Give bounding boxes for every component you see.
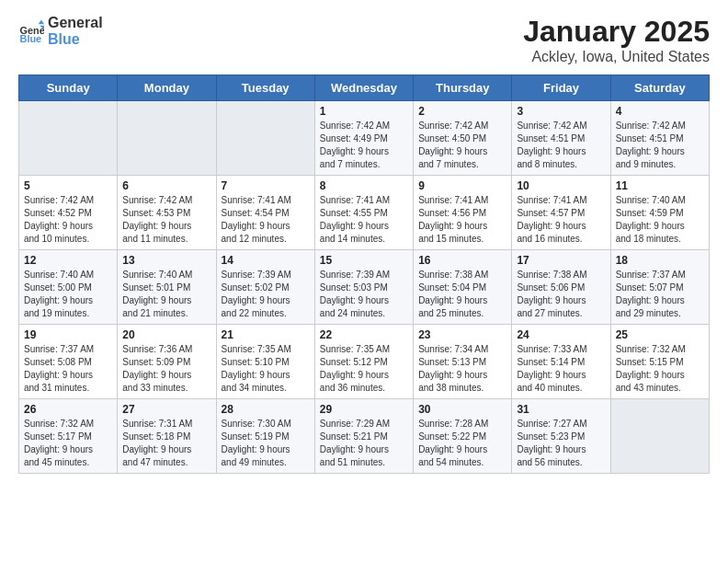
day-info: Sunrise: 7:40 AM Sunset: 5:00 PM Dayligh…: [24, 269, 112, 320]
day-info: Sunrise: 7:35 AM Sunset: 5:10 PM Dayligh…: [222, 343, 310, 395]
calendar-cell: 29Sunrise: 7:29 AM Sunset: 5:21 PM Dayli…: [314, 399, 413, 474]
day-number: 8: [320, 179, 408, 192]
day-number: 19: [24, 328, 112, 341]
day-info: Sunrise: 7:41 AM Sunset: 4:57 PM Dayligh…: [517, 194, 605, 246]
calendar-cell: 1Sunrise: 7:42 AM Sunset: 4:49 PM Daylig…: [314, 101, 413, 176]
day-number: 16: [418, 254, 506, 267]
calendar-cell: 4Sunrise: 7:42 AM Sunset: 4:51 PM Daylig…: [610, 101, 709, 176]
day-number: 24: [517, 328, 605, 341]
day-number: 28: [222, 403, 310, 416]
day-number: 22: [320, 328, 408, 341]
calendar-cell: 3Sunrise: 7:42 AM Sunset: 4:51 PM Daylig…: [512, 101, 610, 176]
day-info: Sunrise: 7:35 AM Sunset: 5:12 PM Dayligh…: [320, 343, 408, 395]
day-info: Sunrise: 7:42 AM Sunset: 4:50 PM Dayligh…: [418, 120, 506, 171]
calendar-cell: 16Sunrise: 7:38 AM Sunset: 5:04 PM Dayli…: [414, 250, 512, 325]
day-number: 5: [24, 179, 112, 192]
day-info: Sunrise: 7:38 AM Sunset: 5:06 PM Dayligh…: [517, 269, 605, 320]
calendar-cell: 6Sunrise: 7:42 AM Sunset: 4:53 PM Daylig…: [118, 176, 216, 250]
calendar-cell: 21Sunrise: 7:35 AM Sunset: 5:10 PM Dayli…: [216, 325, 314, 399]
calendar-cell: 17Sunrise: 7:38 AM Sunset: 5:06 PM Dayli…: [512, 250, 610, 325]
day-info: Sunrise: 7:32 AM Sunset: 5:15 PM Dayligh…: [616, 343, 704, 395]
calendar-cell: 28Sunrise: 7:30 AM Sunset: 5:19 PM Dayli…: [216, 399, 314, 474]
day-info: Sunrise: 7:30 AM Sunset: 5:19 PM Dayligh…: [222, 418, 310, 469]
day-number: 6: [122, 179, 210, 192]
calendar-cell: 26Sunrise: 7:32 AM Sunset: 5:17 PM Dayli…: [19, 399, 118, 474]
day-info: Sunrise: 7:42 AM Sunset: 4:51 PM Dayligh…: [616, 120, 704, 171]
day-number: 30: [418, 403, 506, 416]
day-info: Sunrise: 7:38 AM Sunset: 5:04 PM Dayligh…: [418, 269, 506, 320]
calendar-cell: 9Sunrise: 7:41 AM Sunset: 4:56 PM Daylig…: [414, 176, 512, 250]
day-info: Sunrise: 7:32 AM Sunset: 5:17 PM Dayligh…: [24, 418, 112, 469]
calendar-cell: 31Sunrise: 7:27 AM Sunset: 5:23 PM Dayli…: [512, 399, 610, 474]
calendar-cell: 2Sunrise: 7:42 AM Sunset: 4:50 PM Daylig…: [414, 101, 512, 176]
day-info: Sunrise: 7:42 AM Sunset: 4:51 PM Dayligh…: [517, 120, 605, 171]
day-info: Sunrise: 7:39 AM Sunset: 5:02 PM Dayligh…: [222, 269, 310, 320]
day-number: 27: [122, 403, 210, 416]
weekday-header-thursday: Thursday: [414, 75, 512, 101]
svg-marker-2: [39, 19, 44, 24]
calendar-cell: [216, 101, 314, 176]
calendar-cell: 19Sunrise: 7:37 AM Sunset: 5:08 PM Dayli…: [19, 325, 118, 399]
day-number: 13: [122, 254, 210, 267]
day-number: 20: [122, 328, 210, 341]
weekday-header-sunday: Sunday: [19, 75, 118, 101]
calendar-cell: 11Sunrise: 7:40 AM Sunset: 4:59 PM Dayli…: [610, 176, 709, 250]
day-info: Sunrise: 7:41 AM Sunset: 4:56 PM Dayligh…: [418, 194, 506, 246]
day-number: 26: [24, 403, 112, 416]
calendar-cell: 12Sunrise: 7:40 AM Sunset: 5:00 PM Dayli…: [19, 250, 118, 325]
day-info: Sunrise: 7:41 AM Sunset: 4:55 PM Dayligh…: [320, 194, 408, 246]
day-number: 23: [418, 328, 506, 341]
calendar-cell: 23Sunrise: 7:34 AM Sunset: 5:13 PM Dayli…: [414, 325, 512, 399]
calendar-cell: 24Sunrise: 7:33 AM Sunset: 5:14 PM Dayli…: [512, 325, 610, 399]
calendar-cell: 15Sunrise: 7:39 AM Sunset: 5:03 PM Dayli…: [314, 250, 413, 325]
day-number: 10: [517, 179, 605, 192]
day-info: Sunrise: 7:42 AM Sunset: 4:49 PM Dayligh…: [320, 120, 408, 171]
calendar-cell: [118, 101, 216, 176]
day-number: 11: [616, 179, 704, 192]
calendar-table: SundayMondayTuesdayWednesdayThursdayFrid…: [18, 75, 710, 474]
day-number: 21: [222, 328, 310, 341]
day-number: 14: [222, 254, 310, 267]
day-number: 31: [517, 403, 605, 416]
day-info: Sunrise: 7:42 AM Sunset: 4:53 PM Dayligh…: [122, 194, 210, 246]
calendar-cell: 13Sunrise: 7:40 AM Sunset: 5:01 PM Dayli…: [118, 250, 216, 325]
weekday-header-monday: Monday: [118, 75, 216, 101]
day-info: Sunrise: 7:37 AM Sunset: 5:07 PM Dayligh…: [616, 269, 704, 320]
day-info: Sunrise: 7:34 AM Sunset: 5:13 PM Dayligh…: [418, 343, 506, 395]
calendar-cell: 20Sunrise: 7:36 AM Sunset: 5:09 PM Dayli…: [118, 325, 216, 399]
day-info: Sunrise: 7:31 AM Sunset: 5:18 PM Dayligh…: [122, 418, 210, 469]
day-number: 18: [616, 254, 704, 267]
calendar-cell: 7Sunrise: 7:41 AM Sunset: 4:54 PM Daylig…: [216, 176, 314, 250]
day-info: Sunrise: 7:27 AM Sunset: 5:23 PM Dayligh…: [517, 418, 605, 469]
calendar-cell: 8Sunrise: 7:41 AM Sunset: 4:55 PM Daylig…: [314, 176, 413, 250]
day-info: Sunrise: 7:42 AM Sunset: 4:52 PM Dayligh…: [24, 194, 112, 246]
day-number: 29: [320, 403, 408, 416]
weekday-header-tuesday: Tuesday: [216, 75, 314, 101]
day-info: Sunrise: 7:37 AM Sunset: 5:08 PM Dayligh…: [24, 343, 112, 395]
day-info: Sunrise: 7:36 AM Sunset: 5:09 PM Dayligh…: [122, 343, 210, 395]
title-block: January 2025 Ackley, Iowa, United States: [523, 15, 710, 65]
page-subtitle: Ackley, Iowa, United States: [523, 49, 710, 65]
calendar-cell: 27Sunrise: 7:31 AM Sunset: 5:18 PM Dayli…: [118, 399, 216, 474]
svg-text:Blue: Blue: [20, 33, 42, 44]
day-info: Sunrise: 7:41 AM Sunset: 4:54 PM Dayligh…: [222, 194, 310, 246]
weekday-header-wednesday: Wednesday: [314, 75, 413, 101]
weekday-header-friday: Friday: [512, 75, 610, 101]
calendar-cell: 22Sunrise: 7:35 AM Sunset: 5:12 PM Dayli…: [314, 325, 413, 399]
day-number: 9: [418, 179, 506, 192]
logo: General Blue General Blue: [18, 15, 103, 47]
day-number: 4: [616, 105, 704, 118]
day-number: 2: [418, 105, 506, 118]
calendar-cell: 25Sunrise: 7:32 AM Sunset: 5:15 PM Dayli…: [610, 325, 709, 399]
day-info: Sunrise: 7:28 AM Sunset: 5:22 PM Dayligh…: [418, 418, 506, 469]
day-number: 15: [320, 254, 408, 267]
calendar-cell: 30Sunrise: 7:28 AM Sunset: 5:22 PM Dayli…: [414, 399, 512, 474]
day-number: 7: [222, 179, 310, 192]
day-number: 3: [517, 105, 605, 118]
calendar-cell: 14Sunrise: 7:39 AM Sunset: 5:02 PM Dayli…: [216, 250, 314, 325]
weekday-header-saturday: Saturday: [610, 75, 709, 101]
day-number: 25: [616, 328, 704, 341]
calendar-cell: 10Sunrise: 7:41 AM Sunset: 4:57 PM Dayli…: [512, 176, 610, 250]
day-info: Sunrise: 7:40 AM Sunset: 5:01 PM Dayligh…: [122, 269, 210, 320]
calendar-cell: 18Sunrise: 7:37 AM Sunset: 5:07 PM Dayli…: [610, 250, 709, 325]
